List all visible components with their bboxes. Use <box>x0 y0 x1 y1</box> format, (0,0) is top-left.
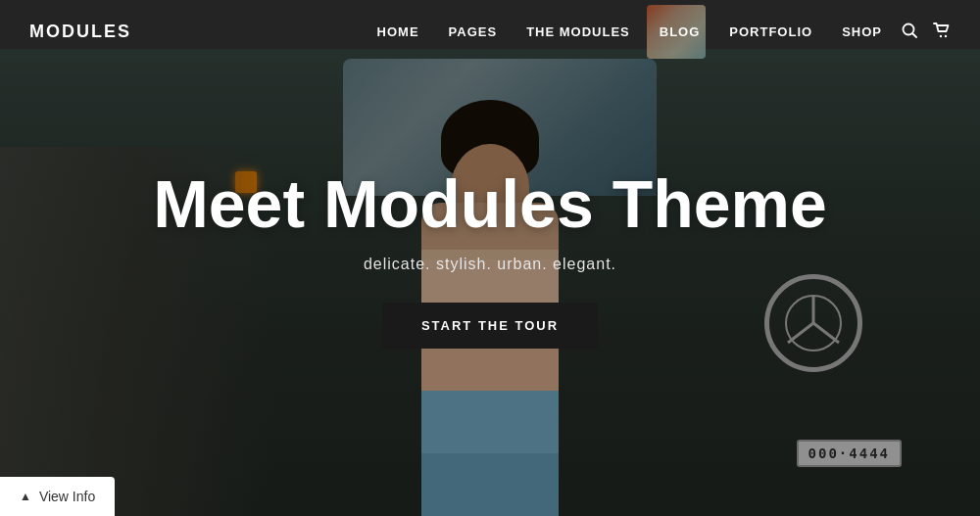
start-tour-button[interactable]: START THE TOUR <box>382 303 598 349</box>
hero-content: Meet Modules Theme delicate. stylish. ur… <box>147 167 833 350</box>
view-info-bar[interactable]: ▲ View Info <box>0 477 115 516</box>
nav-shop[interactable]: SHOP <box>842 24 882 39</box>
navbar: MODULES HOME PAGES THE MODULES BLOG PORT… <box>0 0 980 64</box>
nav-blog[interactable]: BLOG <box>660 24 701 39</box>
nav-icons <box>902 23 951 42</box>
nav-home[interactable]: HOME <box>377 24 419 39</box>
chevron-up-icon: ▲ <box>20 490 31 503</box>
svg-point-6 <box>940 34 942 36</box>
site-logo: MODULES <box>29 22 131 42</box>
hero-subtitle: delicate. stylish. urban. elegant. <box>147 256 833 273</box>
hero-title: Meet Modules Theme <box>147 167 833 241</box>
svg-point-7 <box>945 34 947 36</box>
cart-icon[interactable] <box>933 23 951 42</box>
hero-section: 000·4444 MODULES HOME PAGES THE MODULES … <box>0 0 980 516</box>
nav-links: HOME PAGES THE MODULES BLOG PORTFOLIO SH… <box>377 24 882 39</box>
view-info-label: View Info <box>39 489 95 504</box>
svg-line-5 <box>913 33 917 37</box>
search-icon[interactable] <box>902 23 917 42</box>
nav-portfolio[interactable]: PORTFOLIO <box>729 24 812 39</box>
nav-pages[interactable]: PAGES <box>449 24 498 39</box>
nav-the-modules[interactable]: THE MODULES <box>526 24 630 39</box>
svg-point-4 <box>904 23 914 34</box>
